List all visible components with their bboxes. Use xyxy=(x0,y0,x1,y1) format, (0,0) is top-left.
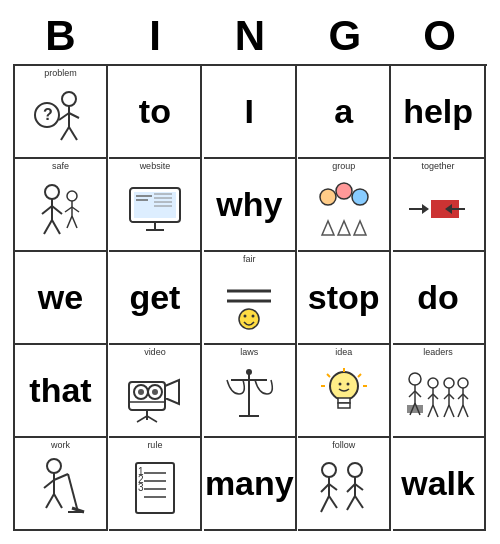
svg-marker-34 xyxy=(338,221,350,235)
svg-line-118 xyxy=(329,496,337,508)
cell-3-2: laws xyxy=(204,345,297,438)
svg-line-83 xyxy=(433,405,438,417)
svg-line-121 xyxy=(347,484,355,492)
cell-1-4: together xyxy=(393,159,486,252)
word-help: help xyxy=(403,92,473,131)
svg-point-119 xyxy=(348,463,362,477)
svg-line-66 xyxy=(358,374,361,377)
svg-point-45 xyxy=(244,315,247,318)
cell-4-1: rule 1 2 3 xyxy=(109,438,202,531)
svg-point-90 xyxy=(458,378,468,388)
svg-point-8 xyxy=(45,185,59,199)
cell-4-4: walk xyxy=(393,438,486,531)
cell-4-3: follow xyxy=(298,438,391,531)
svg-point-14 xyxy=(67,191,77,201)
svg-line-100 xyxy=(46,494,54,508)
cell-4-0: work xyxy=(15,438,108,531)
cell-1-3: group xyxy=(298,159,391,252)
cell-1-1: website xyxy=(109,159,202,252)
word-a: a xyxy=(334,92,353,131)
header-o: O xyxy=(392,13,487,59)
svg-point-70 xyxy=(346,383,349,386)
svg-line-117 xyxy=(321,496,329,512)
svg-text:?: ? xyxy=(43,106,53,123)
cell-1-0: safe xyxy=(15,159,108,252)
svg-line-74 xyxy=(409,391,415,397)
svg-point-69 xyxy=(338,383,341,386)
cell-2-4: do xyxy=(393,252,486,345)
svg-line-16 xyxy=(65,207,72,212)
bingo-card: B I N G O problem ? xyxy=(5,5,495,538)
svg-point-30 xyxy=(320,189,336,205)
svg-point-72 xyxy=(409,373,421,385)
word-we: we xyxy=(38,278,83,317)
svg-line-75 xyxy=(415,391,421,397)
svg-line-101 xyxy=(54,494,62,508)
cell-0-1: to xyxy=(109,66,202,159)
word-stop: stop xyxy=(308,278,380,317)
header-n: N xyxy=(203,13,298,59)
cell-4-2: many xyxy=(204,438,297,531)
cell-3-3: idea xyxy=(298,345,391,438)
svg-rect-71 xyxy=(407,405,423,413)
word-many: many xyxy=(205,464,294,503)
svg-line-116 xyxy=(329,484,337,490)
svg-line-98 xyxy=(44,480,54,488)
svg-point-96 xyxy=(47,459,61,473)
svg-line-99 xyxy=(54,474,68,480)
svg-point-44 xyxy=(239,309,259,329)
cell-2-1: get xyxy=(109,252,202,345)
cell-0-3: a xyxy=(298,66,391,159)
svg-rect-63 xyxy=(338,403,350,408)
svg-line-12 xyxy=(44,220,52,234)
svg-line-123 xyxy=(347,496,355,510)
header-b: B xyxy=(13,13,108,59)
word-get: get xyxy=(129,278,180,317)
word-i: I xyxy=(245,92,254,131)
svg-line-82 xyxy=(428,405,433,417)
word-do: do xyxy=(417,278,459,317)
svg-line-65 xyxy=(327,374,330,377)
svg-line-2 xyxy=(59,113,69,120)
cell-0-0: problem ? xyxy=(15,66,108,159)
svg-point-32 xyxy=(352,189,368,205)
header-g: G xyxy=(297,13,392,59)
svg-line-124 xyxy=(355,496,363,508)
svg-point-49 xyxy=(138,389,144,395)
cell-3-1: video xyxy=(109,345,202,438)
svg-rect-38 xyxy=(431,200,445,218)
svg-line-11 xyxy=(52,206,62,214)
svg-line-13 xyxy=(52,220,60,234)
svg-marker-56 xyxy=(165,380,179,404)
word-to: to xyxy=(139,92,171,131)
svg-point-84 xyxy=(444,378,454,388)
cell-2-3: stop xyxy=(298,252,391,345)
svg-line-54 xyxy=(137,416,147,422)
svg-point-113 xyxy=(322,463,336,477)
svg-marker-37 xyxy=(422,204,429,214)
cell-2-0: we xyxy=(15,252,108,345)
word-that: that xyxy=(29,371,91,410)
svg-line-94 xyxy=(458,405,463,417)
bingo-header: B I N G O xyxy=(13,13,487,59)
cell-3-0: that xyxy=(15,345,108,438)
cell-1-2: why xyxy=(204,159,297,252)
svg-line-102 xyxy=(68,474,78,512)
cell-0-2: I xyxy=(204,66,297,159)
svg-point-78 xyxy=(428,378,438,388)
svg-marker-33 xyxy=(322,221,334,235)
svg-line-5 xyxy=(69,127,77,140)
svg-point-46 xyxy=(252,315,255,318)
svg-point-0 xyxy=(62,92,76,106)
svg-line-18 xyxy=(67,216,72,228)
svg-line-4 xyxy=(61,127,69,140)
svg-line-88 xyxy=(444,405,449,417)
word-walk: walk xyxy=(401,464,475,503)
bingo-grid: problem ? to I xyxy=(13,64,487,531)
svg-line-122 xyxy=(355,484,363,490)
svg-point-51 xyxy=(152,389,158,395)
svg-line-10 xyxy=(42,206,52,214)
svg-line-19 xyxy=(72,216,77,228)
word-why: why xyxy=(216,185,282,224)
svg-line-3 xyxy=(69,113,79,118)
